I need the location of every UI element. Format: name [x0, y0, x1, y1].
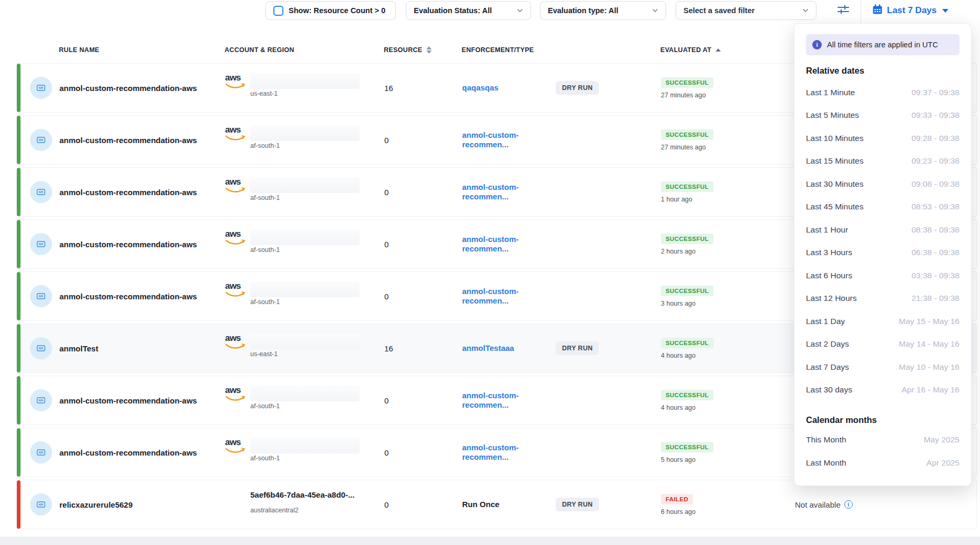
date-option[interactable]: Last 1 Hour 08:38 - 09:38	[806, 218, 959, 241]
status-accent-bar	[17, 428, 21, 477]
enforcement-link[interactable]: anmolTestaaa	[462, 344, 514, 352]
status-badge: SUCCESSFUL	[661, 234, 713, 244]
saved-filter-select[interactable]: Select a saved filter	[676, 1, 816, 20]
evaluated-time: 3 hours ago	[661, 300, 795, 307]
enforcement-link[interactable]: anmol-custom-recommen...	[462, 391, 519, 409]
region-label: af-south-1	[250, 246, 280, 254]
resource-count: 0	[384, 240, 462, 249]
date-option[interactable]: Last 2 Days May 14 - May 16	[806, 333, 959, 356]
rule-name: anmol-custom-recommendation-aws	[59, 84, 225, 93]
enforcement-link[interactable]: anmol-custom-recommen...	[462, 183, 519, 201]
date-option[interactable]: This Month May 2025	[806, 428, 959, 451]
account-id-redacted	[250, 229, 360, 245]
aws-logo-icon: aws	[225, 126, 246, 143]
aws-logo-icon: aws	[225, 178, 246, 195]
resource-count: 0	[384, 396, 462, 405]
date-option[interactable]: Last Month Apr 2025	[806, 451, 959, 475]
account-id-redacted	[250, 438, 360, 453]
evaluated-time: 4 hours ago	[661, 352, 795, 359]
rule-icon	[30, 285, 52, 307]
date-option[interactable]: Last 12 Hours 21:38 - 09:38	[806, 287, 959, 310]
column-header-rule-name[interactable]: RULE NAME	[59, 46, 224, 54]
rule-name: anmolTest	[59, 344, 225, 353]
region-label: af-south-1	[250, 298, 280, 306]
account-region-cell: aws af-south-1	[225, 385, 384, 416]
evaluated-at-cell: SUCCESSFUL 5 hours ago	[661, 442, 795, 463]
aws-logo-icon: aws	[225, 439, 246, 456]
date-option[interactable]: Last 6 Hours 03:38 - 09:38	[806, 264, 959, 287]
status-badge: SUCCESSFUL	[661, 129, 713, 140]
status-badge: SUCCESSFUL	[661, 181, 713, 192]
aws-logo-icon: aws	[225, 282, 246, 299]
show-resource-count-toggle[interactable]: Show: Resource Count > 0	[266, 1, 396, 20]
date-option-label: Last 2 Days	[806, 339, 849, 349]
date-option[interactable]: Last 10 Minutes 09:28 - 09:38	[806, 127, 959, 150]
date-option-range: 03:38 - 09:38	[912, 271, 959, 280]
evaluation-status-select[interactable]: Evaluation Status: All	[406, 1, 531, 20]
filter-adjustments-button[interactable]	[833, 2, 854, 19]
rule-name: anmol-custom-recommendation-aws	[59, 292, 225, 301]
date-range-panel: i All time filters are applied in UTC Re…	[794, 23, 972, 486]
account-id-redacted	[250, 334, 360, 349]
date-range-button[interactable]: Last 7 Days	[872, 2, 948, 19]
date-option[interactable]: Last 45 Minutes 08:53 - 09:38	[806, 196, 959, 219]
evaluated-time: 27 minutes ago	[661, 144, 795, 151]
chevron-down-icon	[517, 7, 523, 14]
enforcement-link[interactable]: anmol-custom-recommen...	[462, 235, 519, 253]
date-range-value: Last 7 Days	[887, 5, 937, 16]
utc-notice: i All time filters are applied in UTC	[806, 34, 959, 55]
account-id-redacted	[250, 177, 360, 193]
enforcement-link[interactable]: anmol-custom-recommen...	[462, 287, 519, 305]
region-label: australiacentral2	[250, 507, 299, 514]
enforcement-link[interactable]: anmol-custom-recommen...	[462, 443, 519, 461]
region-label: us-east-1	[250, 350, 278, 358]
rule-icon	[30, 441, 52, 463]
dry-run-badge: DRY RUN	[556, 81, 599, 95]
date-option-range: 09:23 - 09:38	[912, 156, 959, 166]
evaluation-type-value: Evaluation type: All	[548, 6, 618, 15]
region-label: af-south-1	[250, 194, 280, 201]
date-option[interactable]: Last 3 Hours 06:38 - 09:38	[806, 241, 959, 265]
show-resource-count-checkbox[interactable]	[273, 6, 283, 16]
date-option[interactable]: Last 5 Minutes 09:33 - 09:38	[806, 104, 959, 127]
evaluated-at-cell: SUCCESSFUL 3 hours ago	[661, 286, 795, 307]
account-region-cell: aws af-south-1	[225, 228, 384, 260]
status-accent-bar	[17, 272, 21, 320]
evaluated-time: 4 hours ago	[661, 404, 795, 411]
info-bubble-icon: i	[812, 40, 822, 49]
date-option[interactable]: Last 15 Minutes 09:23 - 09:38	[806, 150, 959, 173]
status-accent-bar	[17, 324, 21, 372]
evaluation-type-select[interactable]: Evaluation type: All	[540, 1, 666, 20]
column-header-resource[interactable]: RESOURCE	[384, 46, 462, 54]
table-row[interactable]: relicxazurerule5629 aws 5aef6b46-7daa-45…	[16, 480, 977, 529]
date-option-label: Last 1 Day	[806, 317, 845, 326]
account-region-cell: aws af-south-1	[225, 437, 384, 468]
region-label: af-south-1	[250, 455, 280, 462]
date-option[interactable]: Last 30 Minutes 09:08 - 09:38	[806, 173, 959, 196]
column-header-evaluated-at[interactable]: EVALUATED AT	[660, 46, 794, 54]
enforcement-link[interactable]: anmol-custom-recommen...	[462, 130, 519, 149]
column-header-account-region[interactable]: ACCOUNT & REGION	[224, 46, 384, 54]
date-option-range: 09:08 - 09:38	[912, 179, 959, 189]
date-option[interactable]: Last 1 Minute 09:37 - 09:38	[806, 81, 959, 104]
status-badge: SUCCESSFUL	[661, 390, 713, 400]
date-option-range: 08:38 - 09:38	[912, 225, 959, 235]
date-option[interactable]: Last 7 Days May 10 - May 16	[806, 356, 959, 379]
rule-icon	[30, 129, 52, 151]
sort-icon[interactable]	[426, 46, 432, 54]
account-id-redacted	[250, 281, 360, 297]
date-option[interactable]: Last 30 days Apr 16 - May 16	[806, 379, 959, 402]
enforcement-link[interactable]: qaqasqas	[462, 83, 498, 92]
relative-dates-heading: Relative dates	[806, 66, 959, 76]
calendar-months-list: This Month May 2025 Last Month Apr 2025	[806, 428, 959, 475]
rule-icon	[30, 493, 52, 516]
evaluated-time: 2 hours ago	[661, 248, 795, 255]
column-header-enforcement-type[interactable]: ENFORCEMENT/TYPE	[462, 46, 555, 54]
evaluation-status-value: Evaluation Status: All	[414, 6, 492, 15]
rule-name: anmol-custom-recommendation-aws	[59, 136, 225, 145]
relative-dates-list: Last 1 Minute 09:37 - 09:38 Last 5 Minut…	[806, 81, 959, 401]
chevron-down-icon	[802, 7, 809, 14]
enforcement-link[interactable]: Run Once	[462, 500, 499, 509]
date-option[interactable]: Last 1 Day May 15 - May 16	[806, 310, 959, 333]
info-icon[interactable]: i	[844, 500, 853, 509]
